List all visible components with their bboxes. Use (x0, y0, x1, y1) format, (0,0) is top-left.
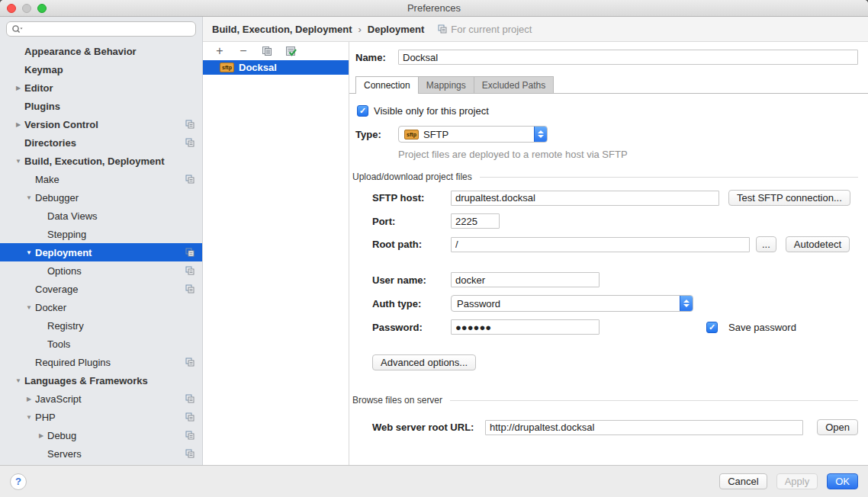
sidebar-item-label: Build, Execution, Deployment (24, 156, 164, 167)
sidebar-item-tools[interactable]: Tools (0, 335, 202, 353)
tree-toggle-icon[interactable]: ▶ (12, 121, 24, 128)
autodetect-button[interactable]: Autodetect (786, 236, 850, 252)
current-project-icon (438, 24, 447, 34)
sidebar-item-label: Docker (35, 302, 66, 313)
project-scope-icon (185, 248, 194, 257)
sidebar-item-label: Options (47, 265, 82, 277)
breadcrumb-group[interactable]: Build, Execution, Deployment (212, 24, 352, 35)
port-input[interactable] (451, 213, 500, 229)
sidebar-item-label: Servers (47, 448, 82, 460)
user-name-input[interactable] (451, 272, 600, 287)
type-label: Type: (355, 129, 398, 140)
sidebar-item-label: Tools (47, 338, 70, 350)
sidebar-item-coverage[interactable]: Coverage (0, 280, 202, 298)
sidebar-item-label: Make (35, 174, 59, 185)
save-password-checkbox[interactable] (706, 322, 718, 333)
project-scope-icon (185, 138, 194, 147)
tree-toggle-icon[interactable]: ▼ (12, 377, 24, 384)
sidebar-item-servers[interactable]: Servers (0, 444, 202, 463)
tree-toggle-icon[interactable]: ▶ (12, 85, 24, 91)
sidebar-item-appearance-behavior[interactable]: Appearance & Behavior (0, 42, 202, 60)
advanced-options-button[interactable]: Advanced options... (372, 354, 476, 370)
name-label: Name: (355, 52, 398, 63)
sidebar-item-debug[interactable]: ▶ Debug (0, 426, 202, 444)
tree-toggle-icon[interactable]: ▼ (23, 414, 35, 421)
sidebar-item-javascript[interactable]: ▶ JavaScript (0, 390, 202, 408)
dialog-footer: ? Cancel Apply OK (0, 465, 868, 497)
server-list-panel: + − (203, 42, 349, 465)
cancel-button[interactable]: Cancel (719, 473, 767, 489)
tree-toggle-icon[interactable]: ▼ (23, 194, 35, 201)
title-bar: Preferences (0, 0, 868, 17)
root-path-input[interactable] (451, 237, 750, 252)
section-divider (480, 177, 858, 178)
sidebar-item-plugins[interactable]: Plugins (0, 97, 202, 115)
settings-sidebar: Appearance & Behavior Keymap ▶ Editor Pl… (0, 17, 203, 465)
tab-mappings[interactable]: Mappings (418, 76, 474, 93)
sidebar-item-docker[interactable]: ▼ Docker (0, 298, 202, 316)
deployment-tabs: Connection Mappings Excluded Paths (349, 76, 868, 94)
server-list-item-docksal[interactable]: sftp Docksal (203, 60, 349, 75)
sidebar-item-label: Editor (24, 82, 53, 94)
sidebar-item-php[interactable]: ▼ PHP (0, 408, 202, 426)
sidebar-item-directories[interactable]: Directories (0, 133, 202, 152)
tree-toggle-icon[interactable]: ▼ (23, 304, 35, 311)
tree-toggle-icon[interactable]: ▼ (23, 249, 35, 256)
sidebar-item-label: Version Control (24, 119, 98, 130)
sftp-host-input[interactable] (451, 191, 719, 206)
sidebar-item-deployment[interactable]: ▼ Deployment (0, 243, 202, 261)
sidebar-item-label: Debug (47, 430, 76, 441)
sidebar-item-options[interactable]: Options (0, 261, 202, 280)
type-select[interactable]: sftp SFTP (398, 126, 548, 143)
preferences-window: Preferences Appearance & Behavior (0, 0, 868, 497)
sidebar-item-label: Stepping (47, 229, 86, 240)
sidebar-item-registry[interactable]: Registry (0, 316, 202, 335)
sidebar-item-label: Directories (24, 137, 76, 149)
sidebar-item-label: Deployment (35, 247, 92, 258)
browse-root-path-button[interactable]: ... (756, 236, 776, 252)
sidebar-item-keymap[interactable]: Keymap (0, 60, 202, 79)
copy-server-button[interactable] (261, 45, 273, 57)
open-url-button[interactable]: Open (817, 419, 858, 435)
add-server-button[interactable]: + (214, 45, 226, 57)
name-input[interactable] (398, 50, 858, 65)
search-input[interactable] (23, 24, 191, 34)
sidebar-item-version-control[interactable]: ▶ Version Control (0, 115, 202, 133)
sidebar-item-make[interactable]: Make (0, 170, 202, 188)
breadcrumb-separator: › (358, 24, 361, 35)
remove-server-button[interactable]: − (237, 45, 249, 57)
tree-toggle-icon[interactable]: ▼ (12, 158, 24, 165)
tree-toggle-icon[interactable]: ▶ (35, 432, 47, 439)
apply-button[interactable]: Apply (776, 473, 818, 489)
sidebar-item-label: JavaScript (35, 393, 82, 405)
visible-only-checkbox[interactable] (357, 105, 368, 117)
type-hint: Project files are deployed to a remote h… (398, 149, 868, 160)
auth-type-select[interactable]: Password (451, 295, 693, 312)
user-name-label: User name: (372, 274, 451, 286)
sidebar-item-stepping[interactable]: Stepping (0, 225, 202, 243)
ok-button[interactable]: OK (827, 473, 858, 489)
sidebar-item-label: Appearance & Behavior (24, 46, 137, 57)
test-sftp-connection-button[interactable]: Test SFTP connection... (728, 190, 850, 206)
use-as-default-button[interactable] (285, 45, 297, 57)
password-input[interactable] (451, 319, 600, 335)
tab-connection[interactable]: Connection (355, 76, 419, 94)
tree-toggle-icon[interactable]: ▶ (23, 396, 35, 402)
sidebar-item-editor[interactable]: ▶ Editor (0, 79, 202, 97)
sidebar-item-label: Keymap (24, 64, 63, 75)
password-label: Password: (372, 322, 451, 333)
settings-search-box[interactable] (6, 21, 196, 37)
sidebar-item-label: Debugger (35, 192, 79, 204)
sidebar-item-debugger[interactable]: ▼ Debugger (0, 188, 202, 207)
help-button[interactable]: ? (10, 473, 27, 490)
web-root-input[interactable] (485, 420, 803, 435)
sidebar-item-build-execution-deployment[interactable]: ▼ Build, Execution, Deployment (0, 152, 202, 170)
sidebar-item-required-plugins[interactable]: Required Plugins (0, 353, 202, 371)
sidebar-item-data-views[interactable]: Data Views (0, 207, 202, 225)
tab-excluded-paths[interactable]: Excluded Paths (474, 76, 554, 93)
sidebar-item-languages-frameworks[interactable]: ▼ Languages & Frameworks (0, 371, 202, 390)
dropdown-stepper-icon (534, 127, 547, 142)
project-scope-icon (185, 266, 194, 275)
scope-indicator: For current project (438, 24, 532, 35)
sftp-type-icon: sftp (404, 130, 419, 139)
